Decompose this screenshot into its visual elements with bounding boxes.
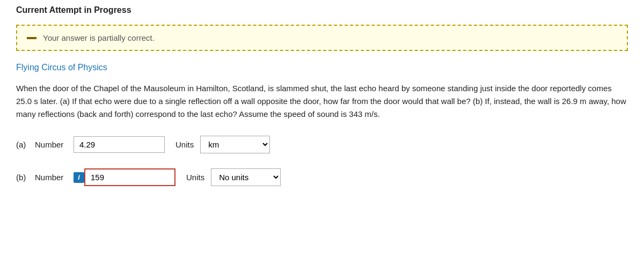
problem-text: When the door of the Chapel of the Mauso… xyxy=(16,82,628,121)
partial-correct-message: Your answer is partially correct. xyxy=(43,33,155,42)
part-a-label: (a) Number xyxy=(16,140,67,149)
part-b-units-select[interactable]: No units km m cm xyxy=(211,168,281,186)
section-title[interactable]: Flying Circus of Physics xyxy=(16,63,628,72)
part-a-units-label: Units xyxy=(175,140,194,149)
dash-icon xyxy=(27,37,36,39)
page-title: Current Attempt in Progress xyxy=(16,5,628,15)
part-a-row: (a) Number Units km m cm mm xyxy=(16,136,628,153)
part-b-units-label: Units xyxy=(186,173,204,182)
partial-correct-box: Your answer is partially correct. xyxy=(16,25,628,51)
part-b-input-group: i xyxy=(74,168,175,186)
part-b-label: (b) Number xyxy=(16,173,67,182)
part-b-row: (b) Number i Units No units km m cm xyxy=(16,168,628,186)
part-b-input[interactable] xyxy=(84,168,175,186)
info-icon[interactable]: i xyxy=(74,172,84,183)
part-a-input[interactable] xyxy=(74,136,165,153)
part-a-units-select[interactable]: km m cm mm xyxy=(200,136,270,153)
